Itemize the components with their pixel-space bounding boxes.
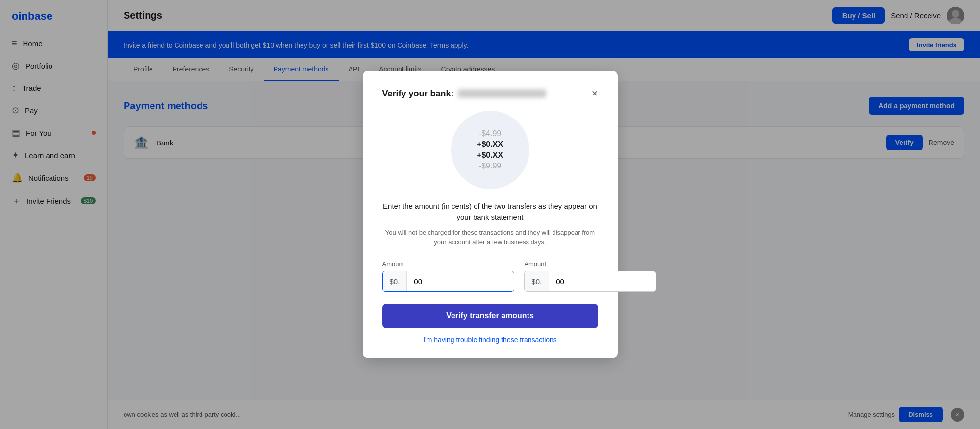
amounts-circle: -$4.99 +$0.XX +$0.XX -$9.99 [451, 111, 529, 189]
amount-group-1: Amount $0. [382, 261, 515, 292]
amount1-input[interactable] [407, 271, 514, 291]
amounts-row: Amount $0. Amount $0. [382, 261, 598, 292]
trouble-link[interactable]: I'm having trouble finding these transac… [382, 336, 598, 344]
modal-title-text: Verify your bank: [382, 89, 454, 99]
modal-title: Verify your bank: [382, 89, 546, 99]
amount1-label: Amount [382, 261, 515, 268]
amount2-label: Amount [524, 261, 656, 268]
modal-overlay[interactable]: Verify your bank: × -$4.99 +$0.XX +$0.XX… [0, 0, 980, 429]
modal-description-main: Enter the amount (in cents) of the two t… [382, 201, 598, 223]
amount-group-2: Amount $0. [524, 261, 656, 292]
amount2-input[interactable] [549, 271, 656, 291]
verify-bank-modal: Verify your bank: × -$4.99 +$0.XX +$0.XX… [363, 71, 618, 358]
amount1-input-row: $0. [382, 271, 515, 292]
modal-description-sub: You will not be charged for these transa… [382, 228, 598, 247]
modal-close-button[interactable]: × [592, 88, 598, 99]
circle-amount-2: +$0.XX [477, 140, 503, 149]
amount1-prefix: $0. [383, 271, 407, 291]
amount2-input-row: $0. [524, 271, 656, 292]
circle-amount-3: +$0.XX [477, 151, 503, 160]
modal-header: Verify your bank: × [382, 88, 598, 99]
verify-transfer-button[interactable]: Verify transfer amounts [382, 304, 598, 328]
circle-amount-1: -$4.99 [479, 129, 501, 138]
bank-name-blurred [458, 89, 546, 98]
amount2-prefix: $0. [525, 271, 549, 291]
circle-amount-4: -$9.99 [479, 162, 501, 170]
